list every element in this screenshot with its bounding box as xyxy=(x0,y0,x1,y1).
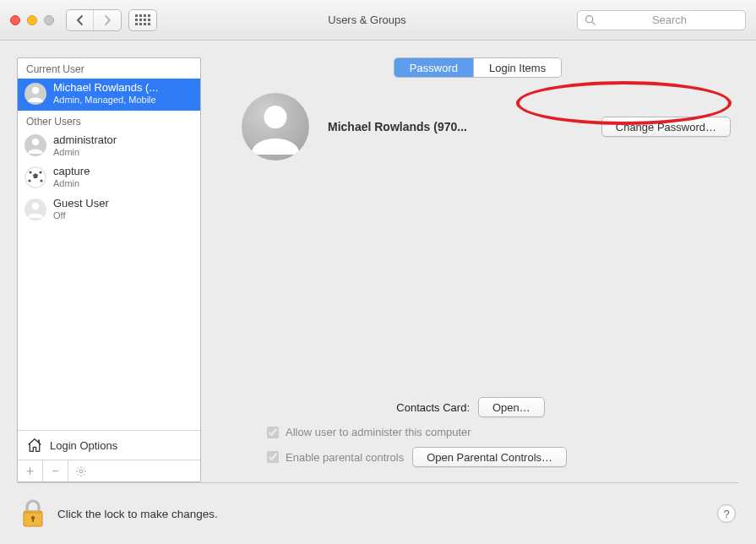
user-role-label: Off xyxy=(53,210,109,221)
house-icon xyxy=(26,438,43,453)
window-title: Users & Groups xyxy=(157,14,577,26)
avatar-icon xyxy=(24,134,46,156)
footer: Click the lock to make changes. ? xyxy=(0,483,756,544)
tab-login-items[interactable]: Login Items xyxy=(473,58,561,77)
back-button[interactable] xyxy=(67,10,94,30)
sidebar-footer: ＋ － xyxy=(18,460,200,481)
lock-button[interactable] xyxy=(20,498,46,529)
profile-row: Michael Rowlands (970... Change Password… xyxy=(216,93,739,160)
forward-button[interactable] xyxy=(94,10,121,30)
checkbox-input[interactable] xyxy=(267,427,279,438)
help-button[interactable]: ? xyxy=(717,504,736,523)
search-field-wrapper[interactable] xyxy=(577,10,746,30)
allow-admin-checkbox[interactable]: Allow user to administer this computer xyxy=(267,426,471,438)
remove-user-button[interactable]: － xyxy=(43,460,68,481)
svg-point-3 xyxy=(32,139,39,145)
tab-label: Login Items xyxy=(489,62,546,74)
svg-point-9 xyxy=(32,202,39,209)
checkbox-label: Allow user to administer this computer xyxy=(286,426,471,438)
gear-icon xyxy=(75,465,87,477)
svg-point-20 xyxy=(264,106,287,128)
change-password-button[interactable]: Change Password… xyxy=(601,117,731,137)
svg-point-8 xyxy=(40,179,42,182)
lock-icon xyxy=(20,498,46,529)
user-role-label: Admin xyxy=(53,178,90,189)
parental-controls-checkbox[interactable]: Enable parental controls xyxy=(267,451,404,464)
sidebar-header-others: Other Users xyxy=(18,111,200,131)
lock-hint-text: Click the lock to make changes. xyxy=(57,508,218,520)
login-options-button[interactable]: Login Options xyxy=(18,430,200,460)
svg-line-19 xyxy=(78,474,79,475)
user-name-label: capture xyxy=(53,166,90,178)
profile-display-name: Michael Rowlands (970... xyxy=(328,120,583,133)
profile-avatar[interactable] xyxy=(242,93,309,160)
sidebar-item-guest[interactable]: Guest User Off xyxy=(18,194,200,226)
open-contacts-button[interactable]: Open… xyxy=(478,397,545,417)
users-and-groups-window: Users & Groups Current User Michael Rowl… xyxy=(0,0,756,544)
svg-line-18 xyxy=(84,467,84,468)
svg-point-5 xyxy=(29,171,31,173)
zoom-window-icon xyxy=(44,15,54,25)
button-label: Open… xyxy=(492,401,530,414)
svg-point-11 xyxy=(79,470,83,473)
nav-back-forward xyxy=(66,9,122,31)
login-options-label: Login Options xyxy=(50,439,117,452)
minimize-window-icon[interactable] xyxy=(27,15,37,25)
contacts-card-row: Contacts Card: Open… xyxy=(233,397,722,417)
contacts-card-label: Contacts Card: xyxy=(233,401,470,414)
svg-line-1 xyxy=(592,22,595,24)
parental-controls-row: Enable parental controls Open Parental C… xyxy=(233,447,722,467)
avatar-icon xyxy=(24,166,46,188)
tab-bar: Password Login Items xyxy=(394,57,562,78)
avatar-icon xyxy=(24,199,46,220)
checkbox-input[interactable] xyxy=(267,451,279,463)
button-label: Change Password… xyxy=(616,121,716,133)
open-parental-controls-button[interactable]: Open Parental Controls… xyxy=(412,447,567,467)
sidebar-header-current: Current User xyxy=(18,58,200,79)
svg-rect-24 xyxy=(32,519,34,522)
user-name-label: Michael Rowlands (... xyxy=(53,82,158,95)
user-role-label: Admin xyxy=(53,147,117,158)
show-all-prefs-button[interactable] xyxy=(128,9,157,31)
svg-point-2 xyxy=(32,87,39,94)
detail-pane: Password Login Items Michael Rowlands (9… xyxy=(216,57,739,482)
settings-form: Contacts Card: Open… Allow user to admin… xyxy=(216,397,739,482)
svg-marker-4 xyxy=(33,173,38,178)
add-user-button[interactable]: ＋ xyxy=(18,460,43,481)
svg-rect-10 xyxy=(38,439,40,443)
admin-checkbox-row: Allow user to administer this computer xyxy=(233,426,722,438)
svg-point-7 xyxy=(28,179,30,182)
svg-rect-22 xyxy=(24,511,42,514)
user-name-label: Guest User xyxy=(53,198,109,210)
svg-line-17 xyxy=(84,474,84,475)
sidebar-item-capture[interactable]: capture Admin xyxy=(18,162,200,194)
window-controls xyxy=(10,15,54,25)
sidebar-item-administrator[interactable]: administrator Admin xyxy=(18,131,200,163)
user-role-label: Admin, Managed, Mobile xyxy=(53,95,158,106)
button-label: Open Parental Controls… xyxy=(427,451,552,464)
svg-point-6 xyxy=(39,171,41,173)
user-name-label: administrator xyxy=(53,134,117,147)
content-area: Current User Michael Rowlands (... Admin… xyxy=(0,41,756,482)
checkbox-label: Enable parental controls xyxy=(286,451,404,464)
avatar-icon xyxy=(24,83,46,105)
tab-password[interactable]: Password xyxy=(394,58,473,77)
svg-line-16 xyxy=(78,467,79,468)
sidebar-item-current-user[interactable]: Michael Rowlands (... Admin, Managed, Mo… xyxy=(18,79,200,111)
titlebar: Users & Groups xyxy=(0,0,756,41)
search-input[interactable] xyxy=(601,14,738,26)
user-actions-button[interactable] xyxy=(68,460,94,481)
user-list-sidebar: Current User Michael Rowlands (... Admin… xyxy=(17,57,201,482)
close-window-icon[interactable] xyxy=(10,15,20,25)
tab-label: Password xyxy=(410,62,458,74)
search-icon xyxy=(585,14,596,25)
